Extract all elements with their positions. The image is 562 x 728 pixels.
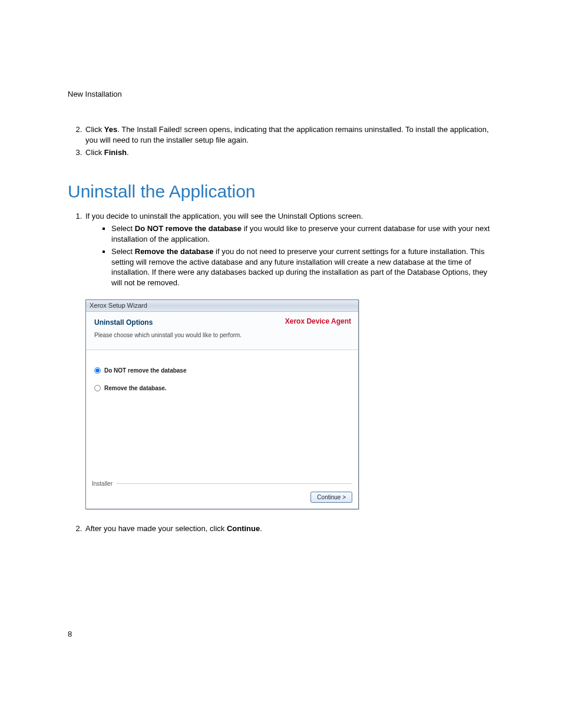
divider-line xyxy=(116,483,352,484)
text: Select xyxy=(111,224,135,233)
continue-button[interactable]: Continue > xyxy=(310,492,352,503)
page-number: 8 xyxy=(68,630,72,638)
wizard-dialog: Xerox Setup Wizard Xerox Device Agent Un… xyxy=(85,299,359,509)
text: Click xyxy=(85,125,104,134)
list-item: Click Yes. The Install Failed! screen op… xyxy=(84,124,494,145)
text-bold: Do NOT remove the database xyxy=(135,224,242,233)
text-bold: Yes xyxy=(104,125,117,134)
wizard-brand: Xerox Device Agent xyxy=(285,317,351,326)
text: . xyxy=(260,524,262,533)
radio-label: Remove the database. xyxy=(104,384,167,393)
installer-divider: Installer xyxy=(92,480,352,488)
bullet-item: Select Remove the database if you do not… xyxy=(111,246,494,288)
list-item: If you decide to uninstall the applicati… xyxy=(84,211,494,509)
text-bold: Continue xyxy=(227,524,260,533)
bullet-list: Select Do NOT remove the database if you… xyxy=(85,223,494,288)
text: . xyxy=(127,148,129,157)
text: Select xyxy=(111,247,135,256)
page-heading: Uninstall the Application xyxy=(68,182,494,202)
text: Click xyxy=(85,148,104,157)
list-item: Click Finish. xyxy=(84,147,494,158)
radio-input[interactable] xyxy=(94,367,101,374)
wizard-titlebar: Xerox Setup Wizard xyxy=(86,300,358,312)
text-bold: Remove the database xyxy=(135,247,214,256)
radio-input[interactable] xyxy=(94,385,101,391)
wizard-header-subtitle: Please choose which uninstall you would … xyxy=(94,331,350,340)
wizard-header: Xerox Device Agent Uninstall Options Ple… xyxy=(86,312,358,350)
radio-label: Do NOT remove the database xyxy=(104,367,186,375)
top-instruction-list: Click Yes. The Install Failed! screen op… xyxy=(68,124,494,158)
list-item: After you have made your selection, clic… xyxy=(84,523,494,534)
bullet-item: Select Do NOT remove the database if you… xyxy=(111,223,494,244)
main-instruction-list: If you decide to uninstall the applicati… xyxy=(68,211,494,534)
text: If you decide to uninstall the applicati… xyxy=(85,212,363,220)
text: After you have made your selection, clic… xyxy=(85,524,227,533)
text: . The Install Failed! screen opens, indi… xyxy=(85,125,489,144)
radio-remove[interactable]: Remove the database. xyxy=(94,384,350,393)
text-bold: Finish xyxy=(104,148,127,157)
radio-do-not-remove[interactable]: Do NOT remove the database xyxy=(94,367,350,375)
wizard-body: Do NOT remove the database Remove the da… xyxy=(86,350,358,476)
section-header: New Installation xyxy=(68,90,494,98)
installer-label: Installer xyxy=(92,480,113,488)
wizard-footer: Installer Continue > xyxy=(86,476,358,509)
